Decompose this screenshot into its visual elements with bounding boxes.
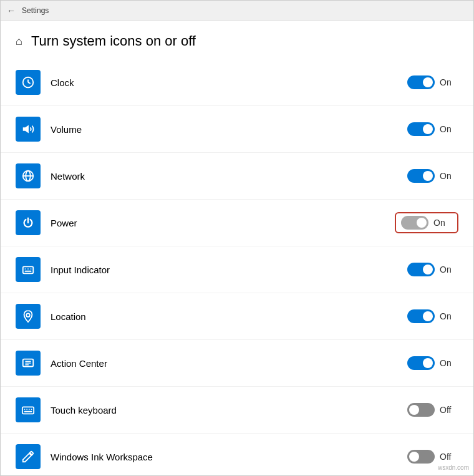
- network-toggle[interactable]: [407, 169, 435, 183]
- svg-rect-17: [22, 407, 34, 414]
- settings-page: ⌂ Turn system icons on or off ClockOnVol…: [1, 21, 473, 476]
- clock-toggle-area: On: [396, 75, 458, 89]
- page-title: Turn system icons on or off: [31, 33, 196, 49]
- settings-item-network: NetworkOn: [1, 153, 473, 200]
- volume-toggle[interactable]: [407, 122, 435, 136]
- power-toggle[interactable]: [401, 216, 428, 230]
- action-center-toggle[interactable]: [407, 356, 435, 370]
- volume-toggle-label: On: [440, 124, 458, 134]
- power-icon: [16, 210, 41, 235]
- network-toggle-label: On: [440, 171, 458, 181]
- settings-item-location: LocationOn: [1, 293, 473, 340]
- touch-keyboard-toggle-label: Off: [440, 405, 458, 415]
- network-toggle-area: On: [396, 169, 458, 183]
- touch-keyboard-label: Touch keyboard: [51, 405, 396, 415]
- clock-label: Clock: [51, 77, 396, 88]
- action-center-label: Action Center: [51, 358, 396, 369]
- input-indicator-icon: [16, 257, 41, 282]
- settings-list: ClockOnVolumeOnNetworkOnPowerOnInput Ind…: [1, 59, 473, 476]
- clock-icon: [16, 70, 41, 95]
- volume-toggle-area: On: [396, 122, 458, 136]
- location-toggle-label: On: [440, 311, 458, 321]
- action-center-toggle-label: On: [440, 358, 458, 368]
- page-heading: ⌂ Turn system icons on or off: [1, 21, 473, 59]
- settings-item-input-indicator: Input IndicatorOn: [1, 246, 473, 293]
- volume-icon: [16, 117, 41, 142]
- clock-toggle-label: On: [440, 77, 458, 87]
- touch-keyboard-icon: [16, 397, 41, 422]
- windows-ink-label: Windows Ink Workspace: [51, 452, 396, 462]
- power-toggle-area: On: [395, 212, 458, 233]
- power-toggle-label: On: [433, 218, 452, 228]
- action-center-toggle-area: On: [396, 356, 458, 370]
- svg-line-2: [28, 82, 31, 84]
- watermark: wsxdn.com: [438, 464, 469, 471]
- location-icon: [16, 304, 41, 329]
- input-indicator-label: Input Indicator: [51, 265, 396, 275]
- location-toggle[interactable]: [407, 309, 435, 323]
- action-center-icon: [16, 351, 41, 376]
- svg-marker-3: [23, 125, 29, 134]
- windows-ink-toggle[interactable]: [407, 450, 435, 464]
- settings-item-action-center: Action CenterOn: [1, 340, 473, 387]
- windows-ink-toggle-label: Off: [440, 452, 458, 462]
- title-bar: ← Settings: [1, 1, 473, 21]
- power-label: Power: [51, 218, 395, 228]
- svg-point-12: [26, 313, 30, 317]
- settings-item-touch-keyboard: Touch keyboardOff: [1, 387, 473, 434]
- windows-ink-icon: [16, 444, 41, 469]
- settings-item-clock: ClockOn: [1, 59, 473, 106]
- touch-keyboard-toggle[interactable]: [407, 403, 435, 417]
- clock-toggle[interactable]: [407, 75, 435, 89]
- home-icon[interactable]: ⌂: [16, 35, 22, 48]
- back-button[interactable]: ←: [7, 6, 16, 16]
- location-toggle-area: On: [396, 309, 458, 323]
- location-label: Location: [51, 311, 396, 322]
- input-indicator-toggle-label: On: [440, 265, 458, 274]
- windows-ink-toggle-area: Off: [396, 450, 458, 464]
- touch-keyboard-toggle-area: Off: [396, 403, 458, 417]
- input-indicator-toggle-area: On: [396, 263, 458, 276]
- window-title: Settings: [22, 6, 49, 15]
- svg-rect-7: [23, 266, 34, 273]
- power-toggle-highlight: On: [395, 212, 458, 233]
- settings-item-volume: VolumeOn: [1, 106, 473, 153]
- network-label: Network: [51, 171, 396, 182]
- input-indicator-toggle[interactable]: [407, 263, 435, 276]
- volume-label: Volume: [51, 124, 396, 135]
- settings-item-windows-ink: Windows Ink WorkspaceOff: [1, 434, 473, 476]
- settings-item-power: PowerOn: [1, 200, 473, 246]
- network-icon: [16, 163, 41, 188]
